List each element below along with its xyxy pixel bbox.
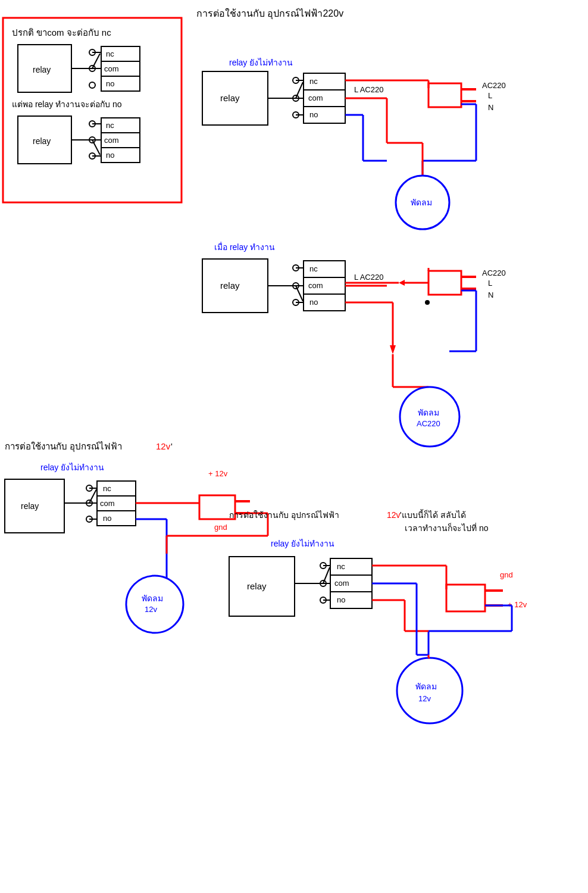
- svg-text:no: no: [309, 298, 318, 307]
- dc12v-state-label: relay ยังไม่ทำงาน: [40, 463, 104, 472]
- svg-text:AC220: AC220: [482, 81, 506, 90]
- svg-text:พัดลม: พัดลม: [142, 594, 163, 603]
- svg-text:com: com: [100, 499, 115, 508]
- svg-text:แต่พอ  relay ทำงานจะต่อกับ  no: แต่พอ relay ทำงานจะต่อกับ no: [12, 99, 122, 109]
- svg-text:com: com: [308, 281, 323, 290]
- svg-marker-92: [399, 280, 405, 286]
- ac220-state1-label: relay ยังไม่ทำงาน: [229, 58, 293, 67]
- svg-text:nc: nc: [103, 484, 111, 493]
- svg-point-103: [425, 300, 430, 305]
- svg-rect-155: [446, 585, 485, 611]
- svg-text:': ': [171, 441, 173, 451]
- svg-line-79: [296, 286, 303, 301]
- svg-marker-97: [390, 345, 396, 354]
- ac220-state2-label: เมื่อ relay ทำงาน: [214, 242, 275, 252]
- svg-text:com: com: [334, 579, 349, 588]
- svg-text:nc: nc: [106, 49, 114, 58]
- svg-text:L AC220: L AC220: [354, 85, 383, 94]
- svg-text:com: com: [104, 136, 119, 145]
- svg-text:12v: 12v: [145, 605, 157, 614]
- svg-text:L AC220: L AC220: [354, 273, 383, 282]
- ac220-fan1-label: พัดลม: [411, 198, 432, 207]
- dc12v-rev-heading: การต่อใช้งานกับ อุปกรณ์ไฟฟ้า: [229, 510, 339, 520]
- svg-line-150: [323, 567, 330, 583]
- ac220-relay1-label: relay: [220, 93, 240, 103]
- svg-text:L: L: [488, 91, 492, 100]
- ac220-heading: การต่อใช้งานกับ อุปกรณ์ไฟฟ้า220v: [196, 8, 343, 20]
- svg-point-10: [89, 82, 95, 88]
- svg-text:gnd: gnd: [214, 523, 227, 532]
- svg-text:no: no: [106, 151, 114, 160]
- svg-text:gnd: gnd: [500, 570, 513, 579]
- svg-text:relay: relay: [33, 136, 51, 146]
- svg-line-43: [296, 82, 303, 98]
- svg-point-136: [126, 576, 183, 633]
- dc12v-rev-note: 'แบบนี้ก็ได้ สลับได้: [400, 509, 466, 520]
- svg-text:no: no: [309, 110, 318, 119]
- svg-text:nc: nc: [106, 121, 114, 130]
- svg-rect-48: [429, 83, 461, 107]
- svg-text:com: com: [104, 64, 119, 73]
- intro-title-1: ปรกติ ขาcom จะต่อกับ nc: [12, 27, 111, 38]
- svg-text:พัดลม: พัดลม: [418, 408, 439, 417]
- svg-text:nc: nc: [309, 77, 318, 86]
- svg-text:no: no: [106, 79, 114, 88]
- svg-text:N: N: [488, 291, 493, 299]
- dc12v-rev-note2: เวลาทำงานก็จะไปที่ no: [405, 523, 489, 533]
- dc12v-relay-label: relay: [21, 501, 39, 511]
- svg-text:L: L: [488, 279, 492, 288]
- svg-text:com: com: [308, 93, 323, 102]
- svg-text:+ 12v: + 12v: [208, 469, 228, 478]
- dc12v-rev-voltage: 12v: [387, 510, 401, 520]
- dc12v-rev-relay-label: relay: [247, 581, 267, 591]
- svg-text:AC220: AC220: [417, 419, 440, 428]
- svg-text:12v: 12v: [418, 694, 431, 703]
- dc12v-rev-state: relay ยังไม่ทำงาน: [271, 539, 334, 548]
- intro-relay1-label: relay: [33, 65, 51, 74]
- svg-rect-84: [429, 271, 461, 295]
- svg-text:N: N: [488, 103, 493, 112]
- svg-text:AC220: AC220: [482, 268, 506, 277]
- svg-text:พัดลม: พัดลม: [415, 682, 437, 691]
- svg-text:no: no: [337, 595, 345, 604]
- svg-text:nc: nc: [309, 264, 318, 273]
- svg-text:nc: nc: [337, 562, 345, 571]
- svg-text:no: no: [103, 514, 111, 523]
- ac220-relay2-label: relay: [220, 280, 240, 291]
- dc12v-voltage: 12v: [156, 441, 171, 451]
- dc12v-heading: การต่อใช้งานกับ อุปกรณ์ไฟฟ้า: [5, 441, 122, 452]
